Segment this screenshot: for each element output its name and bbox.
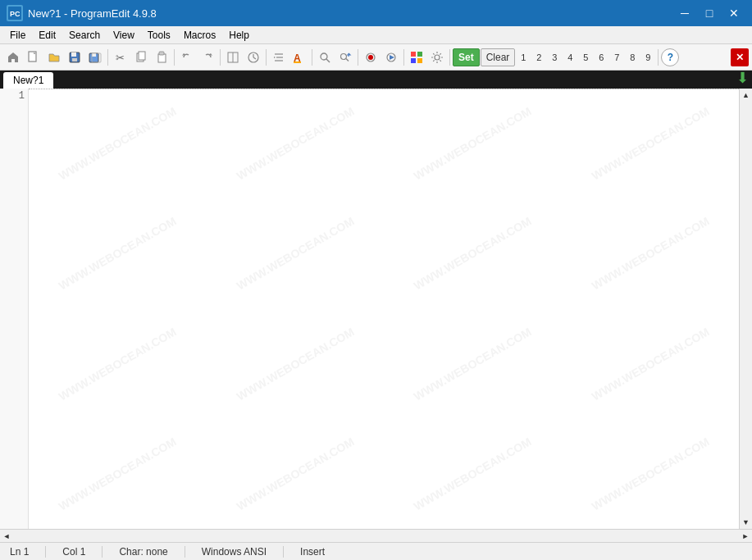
toolbar-settings-button[interactable] — [427, 48, 447, 67]
line-number: 1 — [3, 90, 25, 102]
scroll-right-arrow[interactable]: ► — [739, 530, 752, 543]
toolbar-open-button[interactable] — [44, 48, 64, 67]
menu-file[interactable]: File — [3, 28, 32, 43]
toolbar-highlight-button[interactable]: A — [289, 48, 309, 67]
status-sep-1 — [45, 546, 46, 558]
toolbar-save-all-button[interactable] — [85, 48, 105, 67]
toolbar-clear-button[interactable]: Clear — [481, 48, 516, 66]
status-bar: Ln 1 Col 1 Char: none Windows ANSI Inser… — [0, 542, 752, 560]
editor-container: 1 WWW.WEBOCEAN.COM WWW.WEBOCEAN.COM WWW.… — [0, 89, 752, 529]
menu-view[interactable]: View — [107, 28, 141, 43]
svg-marker-22 — [274, 57, 276, 58]
status-sep-4 — [283, 546, 284, 558]
status-mode: Insert — [297, 546, 328, 558]
toolbar-sep-6 — [358, 49, 358, 66]
svg-rect-36 — [417, 58, 422, 63]
menu-help[interactable]: Help — [222, 28, 256, 43]
minimize-button[interactable]: ─ — [673, 5, 696, 21]
editor-main: WWW.WEBOCEAN.COM WWW.WEBOCEAN.COM WWW.WE… — [29, 89, 739, 529]
svg-text:PC: PC — [10, 10, 21, 18]
toolbar-bookmark-4[interactable]: 4 — [563, 48, 577, 66]
scroll-up-arrow[interactable]: ▲ — [740, 89, 753, 102]
toolbar-bookmark-9[interactable]: 9 — [640, 48, 655, 66]
svg-rect-34 — [417, 52, 422, 57]
svg-rect-35 — [411, 58, 416, 63]
svg-rect-13 — [159, 52, 164, 55]
toolbar-exit-button[interactable]: ✕ — [731, 48, 749, 66]
scroll-left-arrow[interactable]: ◄ — [0, 530, 13, 543]
menu-edit[interactable]: Edit — [32, 28, 62, 43]
toolbar-paste-button[interactable] — [152, 48, 171, 67]
toolbar-sep-3 — [220, 49, 221, 66]
status-encoding: Windows ANSI — [198, 546, 270, 558]
toolbar-indent-button[interactable] — [269, 48, 289, 67]
toolbar-bookmark-3[interactable]: 3 — [547, 48, 562, 66]
toolbar-bookmark-6[interactable]: 6 — [594, 48, 608, 66]
h-scroll-track[interactable] — [13, 530, 739, 542]
toolbar-save-button[interactable] — [65, 48, 84, 67]
toolbar-copy-button[interactable] — [131, 48, 151, 67]
toolbar-redo-button[interactable] — [198, 48, 217, 67]
svg-line-26 — [326, 59, 330, 62]
toolbar-sep-5 — [312, 49, 312, 66]
toolbar-cut-button[interactable]: ✂ — [111, 48, 130, 67]
svg-point-37 — [435, 55, 440, 60]
line-numbers: 1 — [0, 89, 29, 529]
svg-point-27 — [341, 53, 347, 59]
toolbar-bookmark-7[interactable]: 7 — [609, 48, 624, 66]
svg-point-25 — [321, 53, 327, 60]
title-bar: PC New?1 - ProgramEdit 4.9.8 ─ □ ✕ — [0, 0, 752, 26]
toolbar-bookmark-1[interactable]: 1 — [516, 48, 531, 66]
svg-text:✂: ✂ — [116, 52, 125, 64]
svg-line-28 — [346, 58, 349, 61]
status-sep-3 — [185, 546, 185, 558]
toolbar-sep-8 — [449, 49, 450, 66]
status-sep-2 — [102, 546, 103, 558]
toolbar-replace-button[interactable] — [335, 48, 355, 67]
toolbar-bookmark-8[interactable]: 8 — [625, 48, 640, 66]
menu-macros[interactable]: Macros — [177, 28, 222, 43]
toolbar-colors-button[interactable] — [407, 48, 426, 67]
editor-textarea[interactable] — [29, 89, 739, 529]
vertical-scrollbar[interactable]: ▲ ▼ — [739, 89, 752, 529]
toolbar-home-button[interactable] — [3, 48, 23, 67]
svg-rect-24 — [294, 61, 301, 63]
scroll-track[interactable] — [740, 102, 752, 516]
menu-tools[interactable]: Tools — [141, 28, 177, 43]
horizontal-scrollbar[interactable]: ◄ ► — [0, 529, 752, 542]
toolbar-sep-2 — [174, 49, 175, 66]
toolbar-bookmark-2[interactable]: 2 — [531, 48, 546, 66]
toolbar-search-button[interactable] — [315, 48, 335, 67]
maximize-button[interactable]: □ — [698, 5, 721, 21]
svg-rect-33 — [411, 52, 416, 57]
app-icon: PC — [7, 5, 23, 21]
toolbar: ✂ A — [0, 44, 752, 71]
svg-rect-7 — [92, 53, 96, 57]
svg-marker-32 — [390, 55, 394, 60]
tab-download-icon[interactable]: ⬇ — [736, 69, 749, 89]
svg-rect-12 — [158, 54, 166, 62]
scroll-down-arrow[interactable]: ▼ — [740, 516, 753, 529]
status-char: Char: none — [116, 546, 171, 558]
close-button[interactable]: ✕ — [722, 5, 745, 21]
toolbar-column-button[interactable] — [223, 48, 243, 67]
toolbar-new-button[interactable] — [24, 48, 43, 67]
menu-bar: File Edit Search View Tools Macros Help — [0, 26, 752, 44]
toolbar-help-button[interactable]: ? — [661, 48, 679, 66]
status-ln: Ln 1 — [7, 546, 32, 558]
svg-line-18 — [253, 57, 256, 59]
toolbar-play-button[interactable] — [381, 48, 401, 67]
toolbar-sep-4 — [266, 49, 267, 66]
tab-new1[interactable]: New?1 — [3, 72, 53, 89]
toolbar-undo-button[interactable] — [177, 48, 197, 67]
toolbar-record-button[interactable] — [361, 48, 381, 67]
menu-search[interactable]: Search — [62, 28, 107, 43]
toolbar-timestamp-button[interactable] — [244, 48, 263, 67]
toolbar-set-button[interactable]: Set — [453, 48, 480, 66]
window-title: New?1 - ProgramEdit 4.9.8 — [28, 7, 673, 20]
toolbar-sep-1 — [107, 49, 108, 66]
toolbar-sep-9 — [658, 49, 659, 66]
toolbar-bookmark-5[interactable]: 5 — [578, 48, 593, 66]
svg-rect-11 — [139, 52, 145, 60]
status-col: Col 1 — [59, 546, 89, 558]
